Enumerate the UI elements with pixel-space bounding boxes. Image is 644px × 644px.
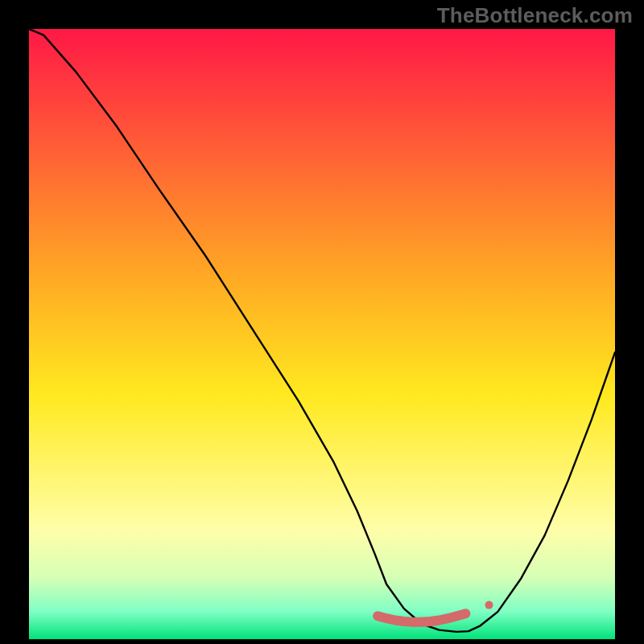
plot-background (29, 29, 615, 639)
watermark-text: TheBottleneck.com (437, 3, 633, 28)
right-dot (485, 601, 493, 609)
chart-svg (29, 29, 615, 639)
chart-container: TheBottleneck.com (0, 0, 644, 644)
